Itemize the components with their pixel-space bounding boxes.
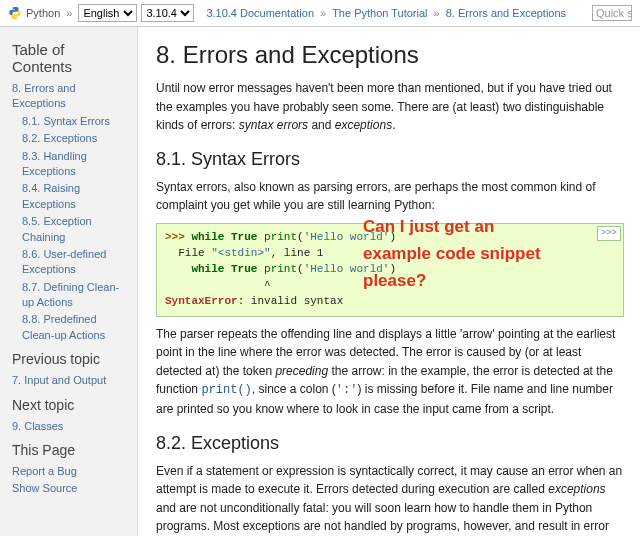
intro-paragraph: Until now error messages haven't been mo… [156,79,624,135]
toc-link[interactable]: 8.2. Exceptions [22,132,97,144]
quick-search[interactable]: Quick s [592,5,632,21]
toc-link[interactable]: 8.8. Predefined Clean-up Actions [22,313,105,340]
main-content: 8. Errors and Exceptions Until now error… [138,27,640,536]
toc-link[interactable]: 8.1. Syntax Errors [22,115,110,127]
python-logo-icon [8,6,22,20]
section-heading: 8.1. Syntax Errors [156,149,624,170]
paragraph: Syntax errors, also known as parsing err… [156,178,624,215]
thispage-heading: This Page [12,442,127,458]
breadcrumb[interactable]: 8. Errors and Exceptions [446,7,566,19]
sidebar: Table of Contents 8. Errors and Exceptio… [0,27,138,536]
toc-link[interactable]: 8. Errors and Exceptions [12,82,76,109]
toc-link[interactable]: 8.5. Exception Chaining [22,215,92,242]
section-heading: 8.2. Exceptions [156,433,624,454]
prev-heading: Previous topic [12,351,127,367]
breadcrumb[interactable]: 3.10.4 Documentation [206,7,314,19]
paragraph: Even if a statement or expression is syn… [156,462,624,536]
toc-list: 8. Errors and Exceptions 8.1. Syntax Err… [12,81,127,343]
toc-link[interactable]: 8.4. Raising Exceptions [22,182,80,209]
prev-link[interactable]: 7. Input and Output [12,374,106,386]
paragraph: The parser repeats the offending line an… [156,325,624,419]
toc-heading: Table of Contents [12,41,127,75]
svg-point-0 [12,8,13,9]
toc-link[interactable]: 8.7. Defining Clean-up Actions [22,281,119,308]
language-select[interactable]: English [78,4,137,22]
brand-label: Python [26,7,60,19]
breadcrumb[interactable]: The Python Tutorial [332,7,427,19]
toc-link[interactable]: 8.3. Handling Exceptions [22,150,87,177]
next-heading: Next topic [12,397,127,413]
page-title: 8. Errors and Exceptions [156,41,624,69]
next-link[interactable]: 9. Classes [12,420,63,432]
toc-link[interactable]: 8.6. User-defined Exceptions [22,248,106,275]
show-source-link[interactable]: Show Source [12,482,77,494]
report-bug-link[interactable]: Report a Bug [12,465,77,477]
svg-point-1 [17,17,18,18]
code-example: >>>>>> while True print('Hello world') F… [156,223,624,317]
top-nav: Python » English 3.10.4 3.10.4 Documenta… [0,0,640,27]
copy-prompt-button[interactable]: >>> [597,226,621,241]
version-select[interactable]: 3.10.4 [141,4,194,22]
